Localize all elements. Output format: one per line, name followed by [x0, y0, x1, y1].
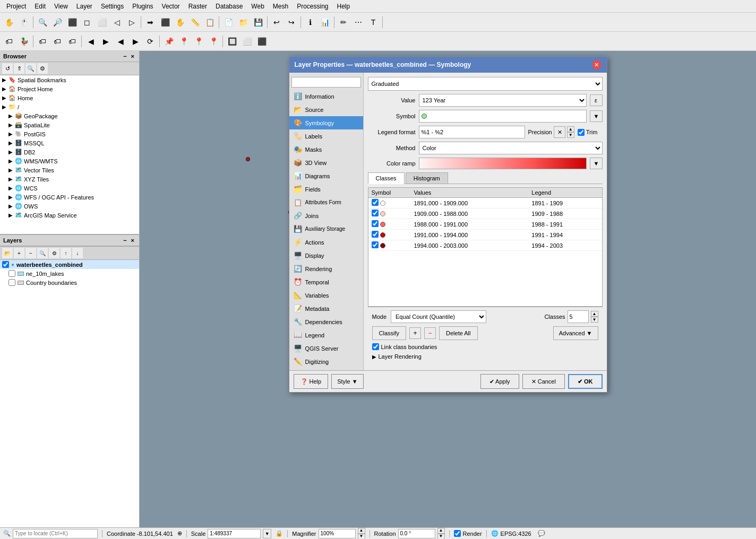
menu-edit[interactable]: Edit: [30, 2, 50, 11]
layers-down[interactable]: ↓: [72, 248, 83, 258]
toolbar-select[interactable]: ➡: [143, 15, 157, 29]
toolbar-zoom-out[interactable]: 🔎: [50, 15, 64, 29]
table-row[interactable]: 1909.000 - 1988.000 1909 - 1988: [368, 208, 602, 219]
menu-view[interactable]: View: [50, 2, 72, 11]
table-row[interactable]: 1991.000 - 1994.000 1991 - 1994: [368, 230, 602, 240]
toolbar-zoom-full[interactable]: ⬛: [65, 15, 79, 29]
layer-item-countries[interactable]: Country boundaries: [0, 278, 139, 287]
remove-class-btn[interactable]: −: [424, 327, 436, 339]
browser-btn4[interactable]: ⚙: [37, 63, 48, 74]
browser-item-home[interactable]: ▶🏠Home: [0, 93, 139, 102]
precision-clear[interactable]: ✕: [554, 126, 565, 138]
scale-dropdown[interactable]: ▼: [263, 529, 271, 538]
classes-input[interactable]: [568, 310, 589, 323]
class-check-1[interactable]: [372, 210, 379, 216]
toolbar-pan[interactable]: ✋: [2, 15, 16, 29]
browser-item-project-home[interactable]: ▶🏠Project Home: [0, 84, 139, 93]
toolbar2-icon4[interactable]: 🏷: [50, 34, 64, 48]
classes-down[interactable]: ▼: [591, 317, 598, 323]
browser-item-vector-tiles[interactable]: ▶🗺️Vector Tiles: [0, 166, 139, 175]
browser-btn1[interactable]: ↺: [2, 63, 13, 74]
browser-item-geopackage[interactable]: ▶📦GeoPackage: [0, 111, 139, 120]
magnifier-down[interactable]: ▼: [358, 534, 365, 540]
apply-btn[interactable]: ✔ Apply: [480, 374, 519, 389]
layers-open[interactable]: 📂: [2, 248, 13, 258]
layers-up[interactable]: ↑: [61, 248, 71, 258]
advanced-btn[interactable]: Advanced ▼: [553, 326, 598, 340]
layers-remove[interactable]: −: [25, 248, 36, 258]
menu-database[interactable]: Database: [211, 2, 247, 11]
browser-item-db2[interactable]: ▶🗄️DB2: [0, 147, 139, 157]
toolbar2-icon3[interactable]: 🏷: [36, 34, 49, 48]
trim-checkbox[interactable]: [578, 129, 585, 136]
toolbar2-icon5[interactable]: 🏷: [65, 34, 79, 48]
menu-raster[interactable]: Raster: [184, 2, 211, 11]
toolbar-zoom-select[interactable]: ⬜: [95, 15, 109, 29]
toolbar-undo[interactable]: ↩: [270, 15, 284, 29]
value-select[interactable]: 123 Year: [419, 94, 587, 107]
help-btn[interactable]: ❓ Help: [294, 374, 329, 389]
magnifier-input[interactable]: 100%: [319, 529, 356, 538]
browser-item-wfs[interactable]: ▶🌐WFS / OGC API - Features: [0, 193, 139, 202]
browser-close[interactable]: ×: [130, 53, 136, 60]
menu-mesh[interactable]: Mesh: [269, 2, 293, 11]
toolbar-select-rect[interactable]: ⬛: [158, 15, 172, 29]
color-ramp-dropdown[interactable]: ▼: [590, 158, 603, 169]
browser-item-wcs[interactable]: ▶🌐WCS: [0, 184, 139, 193]
nav-item-joins[interactable]: 🔗 Joins: [289, 209, 363, 222]
toolbar2-icon17[interactable]: ⬛: [255, 34, 269, 48]
browser-item-root[interactable]: ▶📁/: [0, 102, 139, 111]
tab-classes[interactable]: Classes: [368, 172, 405, 184]
browser-btn3[interactable]: 🔍: [25, 63, 36, 74]
toolbar-zoom-prev[interactable]: ◁: [110, 15, 124, 29]
table-row[interactable]: 1994.000 - 2003.000 1994 - 2003: [368, 240, 602, 251]
layer-item-lakes[interactable]: ne_10m_lakes: [0, 269, 139, 278]
class-check-0[interactable]: [372, 199, 379, 206]
toolbar-text[interactable]: T: [366, 15, 380, 29]
value-expr-btn[interactable]: ε: [590, 94, 603, 106]
browser-item-spatialite[interactable]: ▶🗃️SpatiaLite: [0, 120, 139, 129]
tab-histogram[interactable]: Histogram: [406, 172, 448, 184]
toolbar-zoom-next[interactable]: ▷: [125, 15, 139, 29]
toolbar2-icon6[interactable]: ◀: [84, 34, 98, 48]
nav-item-legend[interactable]: 📖 Legend: [289, 328, 363, 342]
layers-collapse[interactable]: −: [122, 237, 128, 244]
add-class-btn[interactable]: +: [409, 327, 421, 339]
browser-item-bookmarks[interactable]: ▶🔖Spatial Bookmarks: [0, 75, 139, 84]
rotation-input[interactable]: 0.0 °: [398, 529, 435, 538]
magnifier-up[interactable]: ▲: [358, 528, 365, 534]
menu-web[interactable]: Web: [247, 2, 268, 11]
render-check[interactable]: [454, 530, 461, 537]
scale-input[interactable]: 1:489337: [208, 529, 261, 538]
method-select[interactable]: Color: [419, 142, 603, 154]
layers-add[interactable]: +: [14, 248, 24, 258]
layer-item-waterbeetles[interactable]: ● waterbeetles_combined: [0, 260, 139, 269]
toolbar-measure[interactable]: 📏: [188, 15, 202, 29]
nav-item-digitizing[interactable]: ✏️ Digitizing: [289, 355, 363, 368]
nav-item-fields[interactable]: 🗂️ Fields: [289, 182, 363, 196]
class-check-4[interactable]: [372, 241, 379, 248]
browser-item-wms[interactable]: ▶🌐WMS/WMTS: [0, 157, 139, 166]
renderer-select[interactable]: Graduated: [368, 77, 603, 91]
symbol-dropdown[interactable]: ▼: [590, 110, 603, 122]
toolbar-new-layer[interactable]: 📄: [221, 15, 235, 29]
nav-item-metadata[interactable]: 📝 Metadata: [289, 302, 363, 315]
toolbar2-icon1[interactable]: 🏷: [2, 34, 16, 48]
nav-item-masks[interactable]: 🎭 Masks: [289, 143, 363, 156]
cancel-btn[interactable]: ✕ Cancel: [522, 374, 565, 389]
menu-help[interactable]: Help: [333, 2, 355, 11]
nav-item-3dview[interactable]: 📦 3D View: [289, 156, 363, 169]
toolbar-info[interactable]: ℹ: [303, 15, 317, 29]
menu-plugins[interactable]: Plugins: [128, 2, 157, 11]
nav-item-rendering[interactable]: 🔄 Rendering: [289, 262, 363, 275]
menu-processing[interactable]: Processing: [293, 2, 332, 11]
toolbar2-icon15[interactable]: 🔲: [225, 34, 239, 48]
layer-check-countries[interactable]: [8, 279, 15, 286]
nav-item-auxiliary[interactable]: 💾 Auxiliary Storage: [289, 222, 363, 236]
toolbar-pan2[interactable]: ✋: [173, 15, 187, 29]
toolbar2-icon14[interactable]: 📍: [207, 34, 220, 48]
menu-settings[interactable]: Settings: [97, 2, 128, 11]
toolbar2-icon16[interactable]: ⬜: [240, 34, 254, 48]
toolbar-save[interactable]: 💾: [251, 15, 265, 29]
browser-item-postgis[interactable]: ▶🐘PostGIS: [0, 129, 139, 138]
